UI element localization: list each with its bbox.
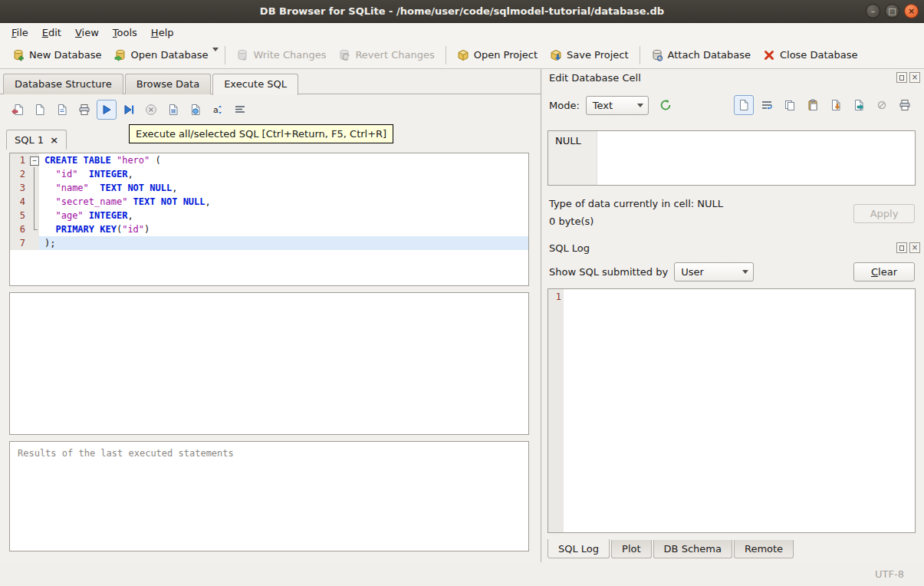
menu-file[interactable]: File <box>5 25 35 41</box>
export-file-icon <box>853 99 865 111</box>
cell-editor-content[interactable] <box>597 131 915 185</box>
text-document-icon <box>738 99 750 111</box>
paste-icon <box>807 99 819 111</box>
clear-log-button[interactable]: Clear <box>853 262 915 281</box>
maximize-button[interactable]: □ <box>885 4 899 18</box>
fold-guide <box>28 195 39 209</box>
tab-db-schema[interactable]: DB Schema <box>653 540 732 558</box>
close-sql-tab-icon[interactable]: × <box>50 136 58 144</box>
sql-tab-1[interactable]: SQL 1 × <box>6 130 67 150</box>
line-number: 2 <box>10 167 28 181</box>
code-text: CREATE TABLE "hero" ( <box>39 153 528 167</box>
new-sql-tab-button[interactable] <box>30 100 50 120</box>
results-grid-pane[interactable] <box>9 292 529 435</box>
fold-guide-end <box>28 222 39 236</box>
save-project-button[interactable]: Save Project <box>544 45 635 65</box>
write-changes-icon <box>236 49 248 61</box>
word-wrap-button[interactable] <box>757 95 777 115</box>
export-results-button[interactable] <box>186 100 206 120</box>
menu-edit[interactable]: Edit <box>35 25 68 41</box>
open-database-button[interactable]: Open Database <box>108 45 215 65</box>
stop-icon <box>145 104 157 116</box>
text-mode-toggle-button[interactable] <box>734 95 754 115</box>
open-sql-file-button[interactable] <box>8 100 28 120</box>
log-line-number: 1 <box>548 289 564 532</box>
line-number: 4 <box>10 195 28 209</box>
copy-icon <box>784 99 796 111</box>
chevron-down-icon <box>633 97 648 114</box>
open-project-button[interactable]: Open Project <box>451 45 544 65</box>
toolbar-separator <box>640 46 640 64</box>
copy-cell-button[interactable] <box>780 95 800 115</box>
close-dock-icon[interactable]: × <box>909 242 920 253</box>
line-number: 7 <box>10 236 28 250</box>
menu-help[interactable]: Help <box>144 25 181 41</box>
tab-database-structure[interactable]: Database Structure <box>3 74 123 94</box>
encoding-indicator: UTF-8 <box>875 568 904 580</box>
float-dock-icon[interactable] <box>896 242 907 253</box>
new-database-button[interactable]: New Database <box>6 45 108 65</box>
auto-complete-button[interactable]: a <box>208 100 228 120</box>
menu-view[interactable]: View <box>68 25 106 41</box>
results-message-pane[interactable]: Results of the last executed statements <box>9 441 529 551</box>
print-sql-button[interactable] <box>74 100 94 120</box>
minimize-button[interactable]: – <box>866 4 880 18</box>
line-number: 3 <box>10 181 28 195</box>
execute-sql-icon <box>100 104 113 116</box>
set-null-button <box>872 95 892 115</box>
execute-sql-button[interactable] <box>97 100 117 120</box>
window-title: DB Browser for SQLite - /home/user/code/… <box>0 0 924 23</box>
results-placeholder: Results of the last executed statements <box>18 448 234 459</box>
close-button[interactable]: × <box>904 4 919 18</box>
code-text: "secret_name" TEXT NOT NULL, <box>39 195 528 209</box>
line-number: 5 <box>10 209 28 222</box>
attach-database-button[interactable]: Attach Database <box>645 45 757 65</box>
save-results-button[interactable] <box>163 100 183 120</box>
print-cell-button[interactable] <box>895 95 915 115</box>
close-dock-icon[interactable]: × <box>909 72 920 83</box>
fold-marker-icon[interactable] <box>28 153 39 167</box>
code-line: 1 CREATE TABLE "hero" ( <box>10 153 528 167</box>
close-database-button[interactable]: Close Database <box>757 45 864 65</box>
new-database-label: New Database <box>29 49 102 61</box>
format-sql-button[interactable] <box>230 100 250 120</box>
tab-remote[interactable]: Remote <box>734 540 794 558</box>
dock-tab-bar: SQL Log Plot DB Schema Remote <box>547 540 795 558</box>
paste-cell-button[interactable] <box>803 95 823 115</box>
code-line: 6 PRIMARY KEY("id") <box>10 222 528 236</box>
execute-current-line-button[interactable] <box>119 100 139 120</box>
float-dock-icon[interactable] <box>896 72 907 83</box>
export-cell-data-button[interactable] <box>849 95 869 115</box>
stop-execution-button <box>141 100 161 120</box>
code-line: 2 "id" INTEGER, <box>10 167 528 181</box>
titlebar: DB Browser for SQLite - /home/user/code/… <box>0 0 924 23</box>
code-text: "age" INTEGER, <box>39 209 528 222</box>
tab-plot[interactable]: Plot <box>611 540 652 558</box>
fold-margin <box>28 236 39 250</box>
sql-log-view[interactable]: 1 <box>547 288 916 533</box>
cell-value-editor[interactable]: NULL <box>547 130 916 186</box>
mode-select[interactable]: Text <box>586 96 649 115</box>
auto-switch-mode-button[interactable] <box>655 95 676 115</box>
toolbar-separator <box>225 46 225 64</box>
revert-changes-button: Revert Changes <box>332 45 440 65</box>
open-database-dropdown-icon[interactable] <box>212 48 219 51</box>
tab-browse-data[interactable]: Browse Data <box>125 74 212 94</box>
fold-guide <box>28 181 39 195</box>
execute-sql-panel: a SQL 1 × 1 CREATE TABLE "hero" ( 2 <box>0 94 541 562</box>
log-filter-select[interactable]: User <box>674 262 754 281</box>
right-dock-area: Edit Database Cell × Mode: Text <box>541 69 924 562</box>
menu-tools[interactable]: Tools <box>106 25 144 41</box>
tab-sql-log[interactable]: SQL Log <box>547 539 610 558</box>
apply-button: Apply <box>853 204 915 223</box>
sql-log-dock-title: SQL Log <box>549 242 590 254</box>
import-cell-data-button[interactable] <box>826 95 846 115</box>
code-text: PRIMARY KEY("id") <box>39 222 528 236</box>
mode-label: Mode: <box>549 100 580 111</box>
sql-code-editor[interactable]: 1 CREATE TABLE "hero" ( 2 "id" INTEGER, … <box>9 153 529 286</box>
cell-mode-row: Mode: Text <box>549 95 676 115</box>
print-icon <box>899 99 911 111</box>
save-sql-file-button[interactable] <box>52 100 72 120</box>
tab-execute-sql[interactable]: Execute SQL <box>212 74 298 95</box>
attach-database-icon <box>651 49 663 61</box>
